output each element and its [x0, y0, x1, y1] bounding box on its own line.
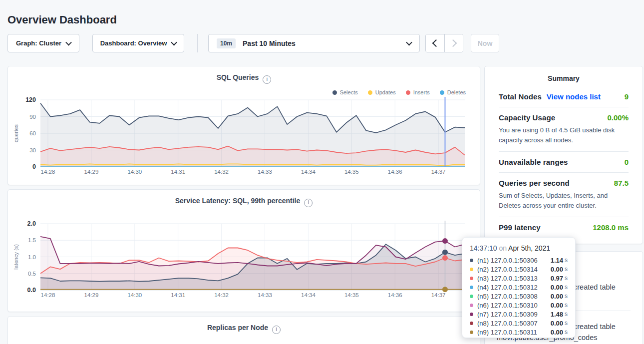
- chart-hover-tooltip: 14:37:10 on Apr 5th, 2021 (n1) 127.0.0.1…: [462, 237, 576, 338]
- service-latency-chart[interactable]: 14:2814:2914:3014:3114:3214:3314:3414:35…: [8, 190, 480, 312]
- svg-text:120: 120: [25, 96, 36, 103]
- chevron-down-icon: [171, 39, 177, 46]
- svg-text:14:33: 14:33: [258, 292, 272, 298]
- summary-panel: Summary Total Nodes View nodes list 9 Ca…: [484, 66, 643, 244]
- series-dot: [470, 277, 473, 280]
- sql-queries-title: SQL Queries: [217, 73, 259, 81]
- time-range-label: Past 10 Minutes: [243, 39, 296, 47]
- replicas-per-node-panel: Replicas per Nodei: [7, 316, 480, 344]
- svg-text:60: 60: [29, 130, 36, 136]
- series-dot: [470, 268, 473, 271]
- summary-row-capacity: Capacity Usage 0.00% You are using 0 B o…: [499, 107, 629, 151]
- legend-dot: [406, 90, 410, 95]
- svg-text:14:31: 14:31: [171, 169, 185, 175]
- svg-text:0.0: 0.0: [27, 287, 36, 294]
- qps-value: 87.5: [614, 179, 629, 187]
- svg-text:14:29: 14:29: [84, 292, 99, 298]
- summary-row-qps: Queries per second 87.5 Sum of Selects, …: [499, 172, 629, 217]
- svg-text:14:35: 14:35: [344, 292, 359, 298]
- tooltip-row-n9: (n9) 127.0.0.1:50311 0.00 s: [470, 328, 568, 337]
- svg-text:latency (s): latency (s): [13, 244, 19, 270]
- unavailable-ranges-value: 0: [625, 158, 629, 166]
- series-dot: [470, 313, 473, 316]
- legend-dot: [440, 90, 444, 95]
- tooltip-row-n8: (n8) 127.0.0.1:50307 0.00 s: [470, 319, 568, 328]
- chevron-right-icon: [449, 39, 457, 47]
- chart-legend: Selects Updates Inserts Deletes: [332, 89, 466, 95]
- series-dot: [470, 322, 473, 325]
- svg-text:2.0: 2.0: [27, 220, 36, 227]
- time-next-button[interactable]: [444, 34, 463, 52]
- svg-text:14:34: 14:34: [301, 169, 316, 175]
- legend-item-selects[interactable]: Selects: [332, 89, 358, 95]
- svg-text:0: 0: [32, 163, 36, 170]
- svg-text:14:37: 14:37: [431, 292, 446, 298]
- svg-text:14:36: 14:36: [388, 169, 402, 175]
- time-step-group: [425, 34, 463, 52]
- chevron-left-icon: [432, 39, 440, 47]
- summary-row-unavailable-ranges: Unavailable ranges 0: [499, 151, 629, 172]
- summary-body: Total Nodes View nodes list 9 Capacity U…: [485, 86, 643, 238]
- svg-text:0.5: 0.5: [28, 271, 36, 277]
- page-title: Overview Dashboard: [7, 13, 117, 26]
- info-icon[interactable]: i: [263, 75, 271, 84]
- legend-item-updates[interactable]: Updates: [368, 89, 396, 95]
- now-button[interactable]: Now: [471, 34, 499, 52]
- tooltip-row-n4: (n4) 127.0.0.1:50312 0.00 s: [470, 283, 568, 292]
- svg-text:14:28: 14:28: [41, 292, 55, 298]
- svg-text:14:35: 14:35: [344, 169, 359, 175]
- tooltip-row-n3: (n3) 127.0.0.1:50313 0.97 s: [470, 274, 568, 283]
- chart-title: Replicas per Nodei: [8, 317, 480, 333]
- sql-queries-chart[interactable]: 14:2814:2914:3014:3114:3214:3314:3414:35…: [8, 66, 480, 185]
- series-dot: [470, 295, 473, 298]
- series-dot: [470, 259, 473, 262]
- tooltip-row-n7: (n7) 127.0.0.1:50309 1.48 s: [470, 310, 568, 319]
- capacity-usage-value: 0.00%: [607, 113, 629, 122]
- graph-dropdown[interactable]: Graph: Cluster: [7, 34, 79, 52]
- time-prev-button[interactable]: [426, 34, 444, 52]
- dashboard-dropdown[interactable]: Dashboard: Overview: [92, 34, 184, 52]
- svg-text:14:33: 14:33: [258, 169, 272, 175]
- toolbar-divider: [197, 34, 198, 52]
- svg-text:queries: queries: [13, 124, 19, 142]
- svg-text:14:31: 14:31: [171, 292, 185, 298]
- time-range-badge: 10m: [217, 38, 236, 48]
- tooltip-timestamp: 14:37:10 on Apr 5th, 2021: [470, 244, 568, 252]
- info-icon[interactable]: i: [304, 199, 313, 207]
- view-nodes-list-link[interactable]: View nodes list: [547, 92, 601, 101]
- svg-text:14:36: 14:36: [388, 292, 402, 298]
- tooltip-row-n6: (n6) 127.0.0.1:50310 0.00 s: [470, 301, 568, 310]
- total-nodes-value: 9: [625, 92, 629, 101]
- svg-text:30: 30: [29, 147, 36, 153]
- svg-text:90: 90: [29, 114, 36, 120]
- legend-dot: [368, 90, 372, 95]
- svg-text:14:37: 14:37: [431, 169, 446, 175]
- legend-item-inserts[interactable]: Inserts: [406, 89, 430, 95]
- dashboard-dropdown-label: Dashboard: Overview: [100, 39, 167, 47]
- svg-text:14:30: 14:30: [127, 169, 142, 175]
- chevron-down-icon: [65, 39, 72, 46]
- svg-text:1.0: 1.0: [28, 254, 36, 260]
- svg-text:14:32: 14:32: [214, 292, 229, 298]
- summary-title: Summary: [485, 66, 643, 86]
- summary-row-total-nodes: Total Nodes View nodes list 9: [499, 86, 629, 107]
- svg-text:14:32: 14:32: [214, 169, 229, 175]
- chart-title: Service Latency: SQL, 99th percentilei: [8, 190, 480, 206]
- service-latency-title: Service Latency: SQL, 99th percentile: [175, 197, 301, 205]
- qps-description: Sum of Selects, Updates, Inserts, and De…: [499, 191, 629, 211]
- series-dot: [470, 304, 473, 307]
- capacity-usage-description: You are using 0 B of 4.5 GiB usable disk…: [499, 125, 629, 145]
- service-latency-panel: Service Latency: SQL, 99th percentilei 1…: [7, 189, 480, 312]
- series-dot: [470, 331, 473, 334]
- svg-text:14:34: 14:34: [301, 292, 316, 298]
- info-icon[interactable]: i: [272, 326, 281, 334]
- time-range-selector[interactable]: 10m Past 10 Minutes: [208, 34, 420, 52]
- chart-title: SQL Queriesi: [8, 66, 480, 83]
- svg-text:14:29: 14:29: [84, 169, 99, 175]
- toolbar: Graph: Cluster Dashboard: Overview 10m P…: [7, 34, 499, 52]
- legend-item-deletes[interactable]: Deletes: [440, 89, 466, 95]
- replicas-title: Replicas per Node: [207, 324, 268, 332]
- tooltip-row-n5: (n5) 127.0.0.1:50308 0.00 s: [470, 292, 568, 301]
- tooltip-row-n1: (n1) 127.0.0.1:50306 1.14 s: [470, 256, 568, 265]
- svg-text:14:28: 14:28: [41, 169, 55, 175]
